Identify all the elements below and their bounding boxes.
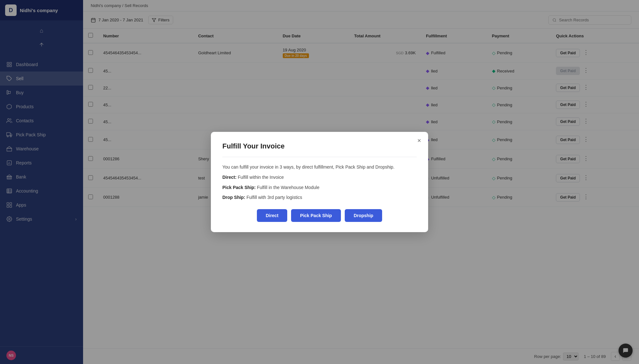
modal-description: You can fulfill your invoice in 3 ways, …	[222, 163, 417, 171]
modal-option-dropship-bold: Drop Ship:	[222, 195, 245, 200]
modal-body: You can fulfill your invoice in 3 ways, …	[222, 163, 417, 201]
fulfill-invoice-modal: × Fulfill Your Invoice You can fulfill y…	[211, 132, 428, 232]
modal-option-dropship: Drop Ship: Fulfill with 3rd party logist…	[222, 194, 417, 201]
modal-overlay[interactable]: × Fulfill Your Invoice You can fulfill y…	[0, 0, 639, 364]
dropship-button[interactable]: Dropship	[345, 209, 382, 222]
modal-title: Fulfill Your Invoice	[222, 142, 417, 150]
modal-option-pps: Pick Pack Ship: Fulfill in the Warehouse…	[222, 184, 417, 192]
modal-option-direct: Direct: Fulfill within the Invoice	[222, 174, 417, 181]
modal-option-direct-bold: Direct:	[222, 175, 236, 180]
modal-divider	[222, 157, 417, 157]
modal-option-pps-bold: Pick Pack Ship:	[222, 185, 256, 190]
pick-pack-ship-button[interactable]: Pick Pack Ship	[291, 209, 341, 222]
direct-button[interactable]: Direct	[257, 209, 288, 222]
modal-actions: Direct Pick Pack Ship Dropship	[222, 209, 417, 222]
modal-close-button[interactable]: ×	[415, 136, 424, 145]
